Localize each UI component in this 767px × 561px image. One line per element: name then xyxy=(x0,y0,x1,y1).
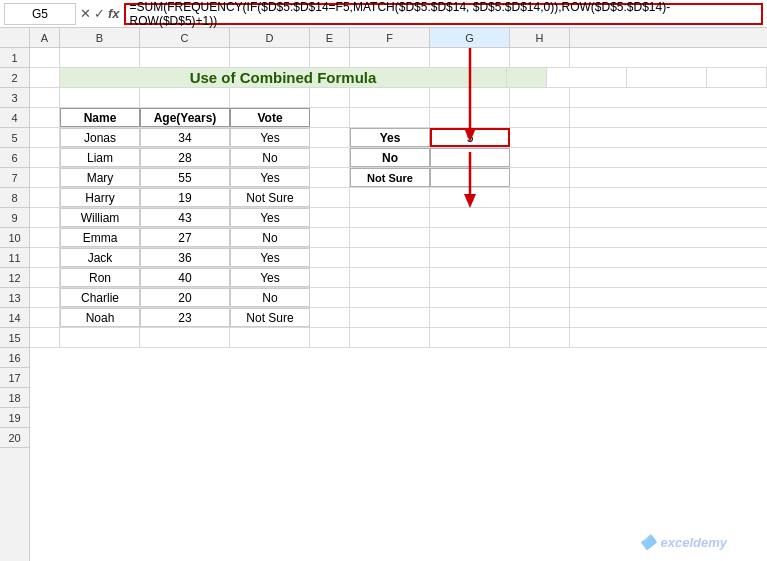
cell-h9[interactable] xyxy=(510,208,570,227)
cell-f8[interactable] xyxy=(350,188,430,207)
cell-f7-notsure-label[interactable]: Not Sure xyxy=(350,168,430,187)
cell-d9[interactable]: Yes xyxy=(230,208,310,227)
cell-g11[interactable] xyxy=(430,248,510,267)
cell-e14[interactable] xyxy=(310,308,350,327)
cell-a11[interactable] xyxy=(30,248,60,267)
cell-b14[interactable]: Noah xyxy=(60,308,140,327)
cell-f2[interactable] xyxy=(547,68,627,87)
cell-a7[interactable] xyxy=(30,168,60,187)
cell-c12[interactable]: 40 xyxy=(140,268,230,287)
cell-a2[interactable] xyxy=(30,68,60,87)
col-header-g[interactable]: G xyxy=(430,28,510,47)
cell-f10[interactable] xyxy=(350,228,430,247)
cell-d11[interactable]: Yes xyxy=(230,248,310,267)
cell-a13[interactable] xyxy=(30,288,60,307)
cell-b6[interactable]: Liam xyxy=(60,148,140,167)
cell-c8[interactable]: 19 xyxy=(140,188,230,207)
cell-b4-name[interactable]: Name xyxy=(60,108,140,127)
cell-e5[interactable] xyxy=(310,128,350,147)
cell-g12[interactable] xyxy=(430,268,510,287)
col-header-c[interactable]: C xyxy=(140,28,230,47)
cell-h13[interactable] xyxy=(510,288,570,307)
cell-h2[interactable] xyxy=(707,68,767,87)
col-header-a[interactable]: A xyxy=(30,28,60,47)
cell-f11[interactable] xyxy=(350,248,430,267)
cell-g8[interactable] xyxy=(430,188,510,207)
cell-c13[interactable]: 20 xyxy=(140,288,230,307)
cell-h3[interactable] xyxy=(510,88,570,107)
cell-a8[interactable] xyxy=(30,188,60,207)
cell-g15[interactable] xyxy=(430,328,510,347)
cell-h6[interactable] xyxy=(510,148,570,167)
cell-e9[interactable] xyxy=(310,208,350,227)
cell-f1[interactable] xyxy=(350,48,430,67)
cell-f6-no-label[interactable]: No xyxy=(350,148,430,167)
cell-c6[interactable]: 28 xyxy=(140,148,230,167)
cell-c15[interactable] xyxy=(140,328,230,347)
cell-d3[interactable] xyxy=(230,88,310,107)
cell-g2[interactable] xyxy=(627,68,707,87)
cell-e8[interactable] xyxy=(310,188,350,207)
cell-b15[interactable] xyxy=(60,328,140,347)
cell-g9[interactable] xyxy=(430,208,510,227)
cell-f12[interactable] xyxy=(350,268,430,287)
col-header-h[interactable]: H xyxy=(510,28,570,47)
confirm-icon[interactable]: ✓ xyxy=(94,6,105,21)
cell-a15[interactable] xyxy=(30,328,60,347)
cell-d13[interactable]: No xyxy=(230,288,310,307)
cell-b12[interactable]: Ron xyxy=(60,268,140,287)
cell-c7[interactable]: 55 xyxy=(140,168,230,187)
col-header-f[interactable]: F xyxy=(350,28,430,47)
cell-d12[interactable]: Yes xyxy=(230,268,310,287)
cell-f3[interactable] xyxy=(350,88,430,107)
cell-h12[interactable] xyxy=(510,268,570,287)
cell-b13[interactable]: Charlie xyxy=(60,288,140,307)
cell-c9[interactable]: 43 xyxy=(140,208,230,227)
cell-g14[interactable] xyxy=(430,308,510,327)
cell-c5[interactable]: 34 xyxy=(140,128,230,147)
cell-d10[interactable]: No xyxy=(230,228,310,247)
cell-e2[interactable] xyxy=(507,68,547,87)
cell-g3[interactable] xyxy=(430,88,510,107)
cell-a6[interactable] xyxy=(30,148,60,167)
cell-g5-yes-value[interactable]: 5 xyxy=(430,128,510,147)
cell-e11[interactable] xyxy=(310,248,350,267)
cell-c14[interactable]: 23 xyxy=(140,308,230,327)
cell-e13[interactable] xyxy=(310,288,350,307)
cell-e6[interactable] xyxy=(310,148,350,167)
cell-h8[interactable] xyxy=(510,188,570,207)
cell-g13[interactable] xyxy=(430,288,510,307)
cell-c11[interactable]: 36 xyxy=(140,248,230,267)
cell-c1[interactable] xyxy=(140,48,230,67)
cell-d5[interactable]: Yes xyxy=(230,128,310,147)
cell-a3[interactable] xyxy=(30,88,60,107)
cell-reference-box[interactable]: G5 xyxy=(4,3,76,25)
cancel-icon[interactable]: ✕ xyxy=(80,6,91,21)
col-header-b[interactable]: B xyxy=(60,28,140,47)
cell-d14[interactable]: Not Sure xyxy=(230,308,310,327)
cell-b10[interactable]: Emma xyxy=(60,228,140,247)
cell-h14[interactable] xyxy=(510,308,570,327)
cell-b5[interactable]: Jonas xyxy=(60,128,140,147)
cell-f13[interactable] xyxy=(350,288,430,307)
cell-h15[interactable] xyxy=(510,328,570,347)
cell-d15[interactable] xyxy=(230,328,310,347)
cell-b8[interactable]: Harry xyxy=(60,188,140,207)
cell-a10[interactable] xyxy=(30,228,60,247)
cell-c4-age[interactable]: Age(Years) xyxy=(140,108,230,127)
cell-e7[interactable] xyxy=(310,168,350,187)
cell-b1[interactable] xyxy=(60,48,140,67)
cell-h1[interactable] xyxy=(510,48,570,67)
cell-f9[interactable] xyxy=(350,208,430,227)
cell-f4[interactable] xyxy=(350,108,430,127)
cell-h11[interactable] xyxy=(510,248,570,267)
col-header-e[interactable]: E xyxy=(310,28,350,47)
cell-title[interactable]: Use of Combined Formula xyxy=(60,68,507,87)
cell-e10[interactable] xyxy=(310,228,350,247)
cell-g1[interactable] xyxy=(430,48,510,67)
cell-h10[interactable] xyxy=(510,228,570,247)
formula-input[interactable]: =SUM(FREQUENCY(IF($D$5:$D$14=F5,MATCH($D… xyxy=(124,3,763,25)
cell-a1[interactable] xyxy=(30,48,60,67)
cell-h4[interactable] xyxy=(510,108,570,127)
cell-d4-vote[interactable]: Vote xyxy=(230,108,310,127)
